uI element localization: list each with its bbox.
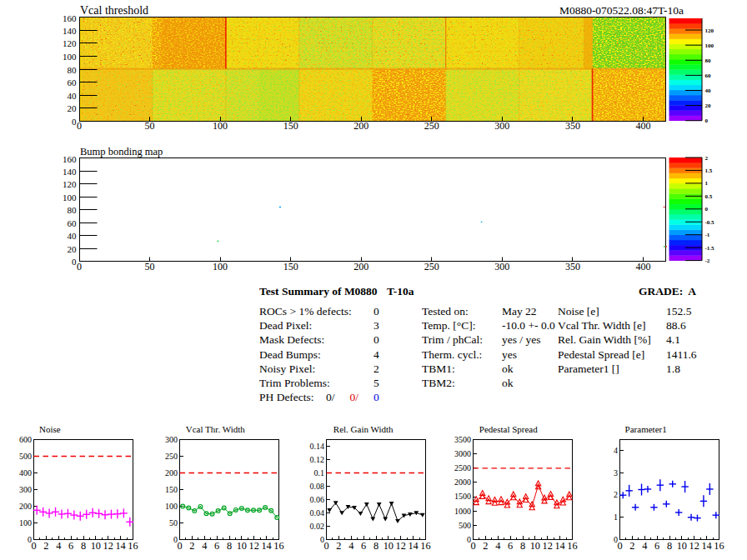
svg-text:0: 0 <box>374 305 379 318</box>
svg-text:16: 16 <box>567 540 577 552</box>
svg-text:Vcal threshold: Vcal threshold <box>80 4 148 17</box>
svg-text:12: 12 <box>103 540 113 552</box>
svg-text:0: 0 <box>374 333 379 346</box>
svg-text:350: 350 <box>565 261 580 272</box>
svg-text:10: 10 <box>530 540 540 552</box>
svg-text:16: 16 <box>714 540 724 552</box>
svg-text:16: 16 <box>128 540 138 552</box>
svg-text:200: 200 <box>19 502 32 511</box>
svg-text:10: 10 <box>91 540 101 552</box>
svg-text:4: 4 <box>348 540 353 552</box>
svg-text:-1: -1 <box>705 232 710 238</box>
svg-text:100: 100 <box>213 261 228 272</box>
svg-text:Noise: Noise <box>39 424 61 434</box>
svg-text:16: 16 <box>420 540 430 552</box>
svg-text:0.02: 0.02 <box>310 522 325 531</box>
svg-text:Rel. Gain Width [%]: Rel. Gain Width [%] <box>558 333 651 346</box>
svg-text:0: 0 <box>374 391 379 403</box>
svg-text:-1.5: -1.5 <box>705 245 715 252</box>
svg-text:Trim / phCal:: Trim / phCal: <box>422 333 483 346</box>
svg-text:-0.5: -0.5 <box>705 219 715 226</box>
svg-text:0.04: 0.04 <box>310 508 325 518</box>
svg-text:120: 120 <box>63 38 77 48</box>
svg-text:2: 2 <box>483 540 488 552</box>
svg-text:150: 150 <box>165 485 178 494</box>
svg-text:12: 12 <box>396 540 406 552</box>
svg-text:2: 2 <box>614 490 618 499</box>
svg-text:0: 0 <box>705 206 709 212</box>
svg-text:40: 40 <box>68 91 78 101</box>
svg-text:TBM2:: TBM2: <box>422 377 455 389</box>
svg-text:250: 250 <box>165 452 178 461</box>
svg-text:88.6: 88.6 <box>666 319 686 332</box>
svg-text:4: 4 <box>56 540 61 552</box>
svg-text:50: 50 <box>145 261 155 272</box>
svg-text:8: 8 <box>374 540 379 552</box>
svg-text:400: 400 <box>19 468 32 478</box>
svg-text:80: 80 <box>68 65 78 75</box>
svg-text:0.14: 0.14 <box>310 442 325 451</box>
svg-text:T-10a: T-10a <box>387 285 414 298</box>
svg-text:2: 2 <box>43 540 48 552</box>
svg-text:60: 60 <box>68 78 78 88</box>
svg-text:40: 40 <box>68 231 78 241</box>
svg-text:0.1: 0.1 <box>314 468 325 478</box>
svg-text:300: 300 <box>165 435 178 444</box>
svg-text:Pedestal Spread: Pedestal Spread <box>479 424 538 434</box>
svg-text:ok: ok <box>502 362 514 375</box>
svg-text:1: 1 <box>705 180 709 187</box>
svg-text:400: 400 <box>635 261 650 272</box>
svg-text:Parameter1: Parameter1 <box>625 424 667 434</box>
svg-text:ok: ok <box>502 377 514 389</box>
svg-text:20: 20 <box>68 103 78 113</box>
svg-text:160: 160 <box>63 154 77 164</box>
svg-text:600: 600 <box>19 435 32 444</box>
svg-text:Test Summary of M0880: Test Summary of M0880 <box>259 285 378 298</box>
svg-text:3: 3 <box>374 319 379 332</box>
svg-text:0: 0 <box>323 540 328 552</box>
svg-text:152.5: 152.5 <box>666 305 692 318</box>
svg-text:200: 200 <box>165 468 178 478</box>
svg-text:0/: 0/ <box>326 391 335 403</box>
svg-text:14: 14 <box>701 540 711 552</box>
svg-text:-10.0 +- 0.0: -10.0 +- 0.0 <box>502 319 555 332</box>
svg-text:yes / yes: yes / yes <box>502 333 541 346</box>
svg-text:0: 0 <box>177 540 182 552</box>
svg-text:8: 8 <box>520 540 525 552</box>
svg-text:250: 250 <box>424 261 439 272</box>
svg-text:140: 140 <box>63 167 77 177</box>
svg-text:Vcal Thr. Width [e]: Vcal Thr. Width [e] <box>558 319 645 332</box>
svg-text:10: 10 <box>677 540 687 552</box>
svg-text:2: 2 <box>336 540 341 552</box>
svg-text:200: 200 <box>353 120 368 132</box>
svg-text:6: 6 <box>508 540 513 552</box>
svg-text:ROCs > 1% defects:: ROCs > 1% defects: <box>259 305 352 318</box>
svg-text:0: 0 <box>77 120 82 132</box>
svg-text:0: 0 <box>705 118 709 124</box>
svg-text:14: 14 <box>408 540 418 552</box>
svg-text:Vcal Thr. Width: Vcal Thr. Width <box>186 424 245 434</box>
svg-text:4: 4 <box>374 348 379 361</box>
svg-text:4.1: 4.1 <box>666 333 680 346</box>
svg-text:8: 8 <box>667 540 672 552</box>
svg-text:0: 0 <box>77 261 82 272</box>
svg-text:60: 60 <box>705 72 712 79</box>
svg-text:14: 14 <box>554 540 564 552</box>
svg-text:4: 4 <box>202 540 207 552</box>
svg-text:Parameter1 []: Parameter1 [] <box>558 362 619 375</box>
svg-text:14: 14 <box>115 540 125 552</box>
svg-text:M0880-070522.08:47T-10a: M0880-070522.08:47T-10a <box>559 4 684 17</box>
svg-text:120: 120 <box>705 28 714 34</box>
svg-text:0: 0 <box>31 540 36 552</box>
svg-text:40: 40 <box>705 88 712 94</box>
svg-text:140: 140 <box>63 26 77 36</box>
svg-text:100: 100 <box>213 120 228 132</box>
svg-text:May 22: May 22 <box>502 305 537 318</box>
svg-text:6: 6 <box>654 540 659 552</box>
svg-text:120: 120 <box>63 179 77 189</box>
svg-text:400: 400 <box>635 120 650 132</box>
svg-text:100: 100 <box>165 502 178 511</box>
svg-text:100: 100 <box>705 42 714 49</box>
svg-text:0.06: 0.06 <box>310 495 325 504</box>
svg-text:4: 4 <box>614 446 618 455</box>
